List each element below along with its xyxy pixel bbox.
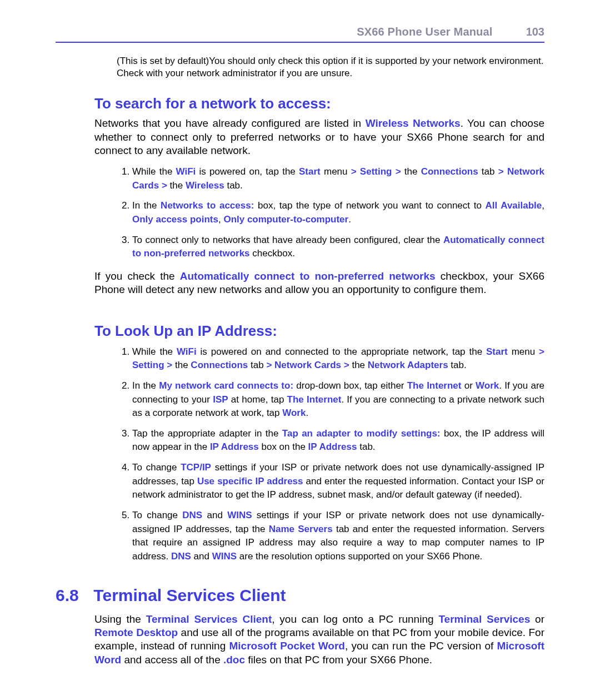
keyword-wifi: WiFi: [176, 166, 196, 177]
search-network-intro: Networks that you have already configure…: [94, 117, 544, 157]
keyword-work-2: Work: [282, 408, 306, 418]
keyword-path2: > Network Cards >: [266, 360, 349, 370]
list-item: In the My network card connects to: drop…: [132, 379, 544, 420]
keyword-my-network-card: My network card connects to:: [159, 380, 293, 391]
text: While the: [132, 166, 176, 177]
list-item: While the WiFi is powered on and connect…: [132, 345, 544, 373]
text: If you check the: [94, 270, 180, 282]
search-steps: While the WiFi is powered on, tap the St…: [117, 165, 544, 261]
text: box, tap the type of network you want to…: [254, 200, 485, 211]
page-header: SX66 Phone User Manual 103: [56, 26, 544, 43]
section-title: Terminal Services Client: [93, 586, 286, 604]
ip-steps: While the WiFi is powered on and connect…: [117, 345, 544, 564]
text: files on that PC from your SX66 Phone.: [245, 654, 432, 666]
keyword-wireless-networks: Wireless Networks: [366, 117, 461, 129]
keyword-all-available: All Available: [486, 200, 542, 211]
text: menu: [508, 346, 539, 357]
text: .: [306, 408, 308, 418]
keyword-remote-desktop: Remote Desktop: [94, 627, 178, 638]
text: In the: [132, 380, 159, 391]
keyword-dns: DNS: [182, 510, 202, 520]
text: .: [348, 214, 351, 225]
keyword-isp: ISP: [213, 394, 228, 405]
text: Using the: [94, 613, 146, 625]
text: tab: [478, 166, 498, 177]
keyword-wireless-tab: Wireless: [186, 180, 224, 191]
list-item: To change DNS and WINS settings if your …: [132, 509, 544, 564]
section-number: 6.8: [56, 586, 89, 605]
keyword-only-access-points: Only access points: [132, 214, 218, 225]
keyword-networks-to-access: Networks to access:: [161, 200, 254, 211]
text: and: [202, 510, 227, 520]
text: , you can log onto a PC running: [272, 613, 438, 625]
keyword-ms-pocket-word: Microsoft Pocket Word: [229, 640, 344, 652]
keyword-start: Start: [486, 346, 508, 357]
text: While the: [132, 346, 177, 357]
intro-note: (This is set by default)You should only …: [117, 55, 544, 80]
keyword-use-specific-ip: Use specific IP address: [197, 476, 303, 486]
text: tab: [248, 360, 266, 370]
text: To connect only to networks that have al…: [132, 235, 443, 245]
text: ,: [542, 200, 544, 211]
heading-search-network: To search for a network to access:: [94, 95, 544, 112]
keyword-gt: >: [498, 166, 504, 177]
keyword-wins: WINS: [227, 510, 252, 520]
search-network-outro: If you check the Automatically connect t…: [94, 270, 544, 297]
text: is powered on and connected to the appro…: [197, 346, 486, 357]
text: menu: [321, 166, 351, 177]
keyword-ip-address-tab: IP Address: [308, 441, 357, 452]
text: tab.: [357, 441, 375, 452]
keyword-wins-2: WINS: [212, 551, 237, 562]
text: the: [172, 360, 191, 370]
text: To change: [132, 510, 182, 520]
text: the: [167, 180, 186, 191]
text: or: [530, 613, 544, 625]
keyword-dns-2: DNS: [171, 551, 191, 562]
keyword-ip-address: IP Address: [210, 441, 259, 452]
keyword-work: Work: [476, 380, 499, 391]
manual-title: SX66 Phone User Manual: [357, 26, 492, 38]
text: To change: [132, 462, 181, 473]
keyword-name-servers: Name Servers: [269, 524, 333, 534]
text: box on the: [259, 441, 308, 452]
heading-lookup-ip: To Look Up an IP Address:: [94, 322, 544, 340]
text: tab.: [448, 360, 467, 370]
keyword-network-adapters: Network Adapters: [368, 360, 448, 370]
keyword-the-internet-2: The Internet: [287, 394, 342, 405]
keyword-wifi: WiFi: [177, 346, 197, 357]
text: tab.: [224, 180, 243, 191]
page-number: 103: [526, 26, 544, 38]
keyword-the-internet: The Internet: [407, 380, 462, 391]
text: the: [349, 360, 368, 370]
text: the: [401, 166, 421, 177]
text: , you can run the PC version of: [345, 640, 497, 652]
list-item: While the WiFi is powered on, tap the St…: [132, 165, 544, 192]
keyword-auto-connect-2: Automatically connect to non-preferred n…: [180, 270, 436, 282]
keyword-tcpip: TCP/IP: [181, 462, 211, 473]
list-item: To change TCP/IP settings if your ISP or…: [132, 461, 544, 502]
text: In the: [132, 200, 161, 211]
text: ,: [218, 214, 223, 225]
text: and access all of the: [121, 654, 223, 666]
text: is powered on, tap the: [196, 166, 299, 177]
text: checkbox.: [250, 248, 295, 259]
keyword-path: > Setting >: [351, 166, 401, 177]
heading-terminal-services-client: 6.8 Terminal Services Client: [56, 586, 544, 605]
list-item: To connect only to networks that have al…: [132, 234, 544, 261]
keyword-start: Start: [299, 166, 321, 177]
tsc-intro: Using the Terminal Services Client, you …: [94, 613, 544, 667]
keyword-only-c2c: Only computer-to-computer: [223, 214, 348, 225]
text: and: [191, 551, 212, 562]
keyword-terminal-services-client: Terminal Services Client: [146, 613, 272, 625]
text: are the resolution options supported on …: [237, 551, 482, 562]
keyword-tap-adapter: Tap an adapter to modify settings:: [282, 428, 441, 439]
text: drop-down box, tap either: [293, 380, 407, 391]
text: or: [462, 380, 476, 391]
text: at home, tap: [228, 394, 287, 405]
text: Tap the appropriate adapter in the: [132, 428, 282, 439]
keyword-connections: Connections: [421, 166, 478, 177]
keyword-doc: .doc: [223, 654, 245, 666]
text: Networks that you have already configure…: [94, 117, 366, 129]
keyword-connections: Connections: [191, 360, 248, 370]
keyword-terminal-services: Terminal Services: [438, 613, 530, 625]
